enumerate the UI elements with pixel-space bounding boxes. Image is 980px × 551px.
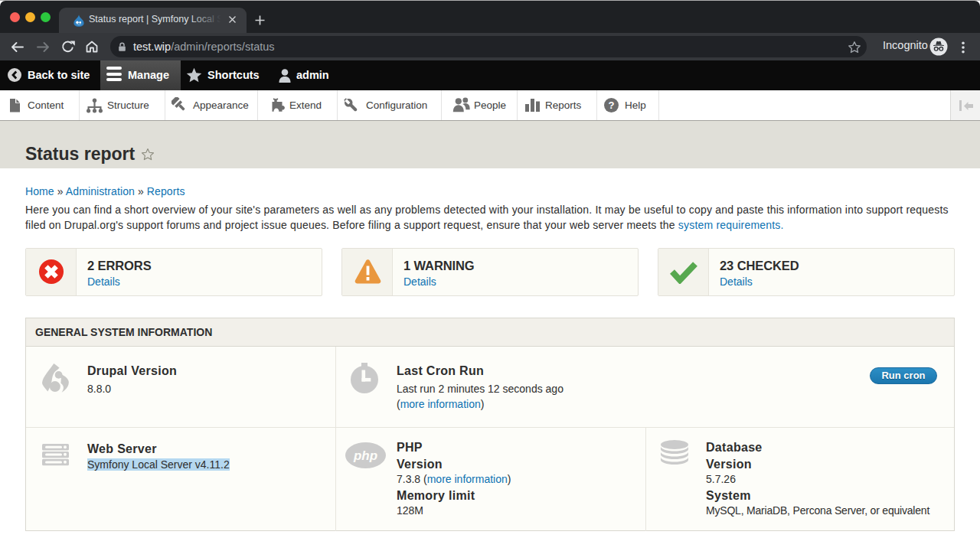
svg-text:php: php — [353, 448, 377, 463]
svg-text:?: ? — [609, 99, 615, 111]
